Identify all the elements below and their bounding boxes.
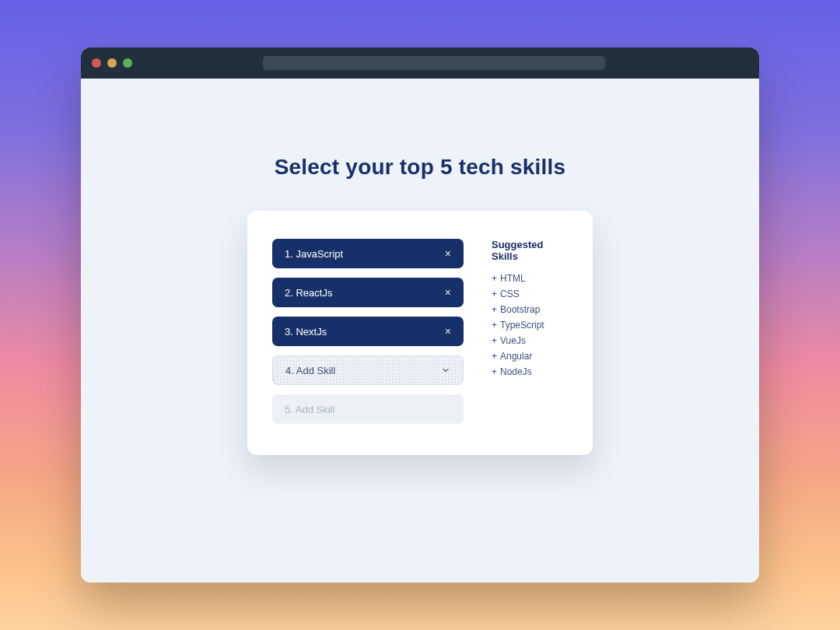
suggested-skill-item[interactable]: +TypeScript [492, 320, 568, 331]
suggested-skill-label: VueJs [500, 335, 526, 346]
suggested-skill-label: Angular [500, 351, 532, 362]
selected-skill-label: 3. NextJs [285, 326, 327, 338]
close-icon[interactable]: × [437, 324, 451, 339]
address-bar[interactable] [263, 56, 605, 70]
selected-skills-column: 1. JavaScript × 2. ReactJs × 3. NextJs ×… [272, 239, 464, 424]
page-content: Select your top 5 tech skills 1. JavaScr… [81, 79, 759, 455]
window-minimize-icon[interactable] [107, 58, 117, 68]
close-icon[interactable]: × [437, 285, 451, 300]
plus-icon: + [492, 351, 497, 362]
suggested-skills-title: Suggested Skills [492, 239, 568, 262]
selected-skill-label: 2. ReactJs [285, 287, 332, 299]
plus-icon: + [492, 335, 497, 346]
window-titlebar [81, 47, 759, 79]
suggested-skill-label: Bootstrap [500, 304, 540, 315]
window-close-icon[interactable] [92, 58, 101, 68]
chevron-down-icon [441, 366, 450, 375]
suggested-skill-item[interactable]: +Angular [492, 351, 568, 362]
add-skill-label: 5. Add Skill [285, 404, 334, 415]
suggested-skill-item[interactable]: +VueJs [492, 335, 568, 346]
window-maximize-icon[interactable] [123, 58, 132, 68]
plus-icon: + [492, 273, 497, 284]
suggested-skill-label: NodeJs [500, 366, 532, 377]
skills-card: 1. JavaScript × 2. ReactJs × 3. NextJs ×… [247, 211, 593, 455]
add-skill-slot-4[interactable]: 4. Add Skill [272, 355, 464, 385]
suggested-skill-label: TypeScript [500, 320, 544, 331]
close-icon[interactable]: × [437, 246, 451, 261]
plus-icon: + [492, 366, 497, 377]
add-skill-slot-5: 5. Add Skill [272, 394, 464, 424]
suggested-skill-label: CSS [500, 289, 520, 299]
selected-skill-1[interactable]: 1. JavaScript × [272, 239, 464, 268]
page-title: Select your top 5 tech skills [275, 155, 566, 180]
plus-icon: + [492, 320, 497, 331]
suggested-skill-item[interactable]: +HTML [492, 273, 568, 284]
app-window: Select your top 5 tech skills 1. JavaScr… [81, 47, 759, 583]
suggested-skills-list: +HTML+CSS+Bootstrap+TypeScript+VueJs+Ang… [492, 273, 568, 377]
suggested-skill-item[interactable]: +Bootstrap [492, 304, 568, 315]
selected-skill-2[interactable]: 2. ReactJs × [272, 278, 464, 307]
add-skill-label: 4. Add Skill [285, 365, 335, 376]
selected-skill-3[interactable]: 3. NextJs × [272, 317, 464, 346]
suggested-skills-column: Suggested Skills +HTML+CSS+Bootstrap+Typ… [492, 239, 568, 424]
plus-icon: + [492, 304, 497, 315]
selected-skill-label: 1. JavaScript [285, 248, 343, 260]
suggested-skill-label: HTML [500, 273, 526, 284]
suggested-skill-item[interactable]: +CSS [492, 289, 568, 299]
plus-icon: + [492, 289, 497, 299]
suggested-skill-item[interactable]: +NodeJs [492, 366, 568, 377]
